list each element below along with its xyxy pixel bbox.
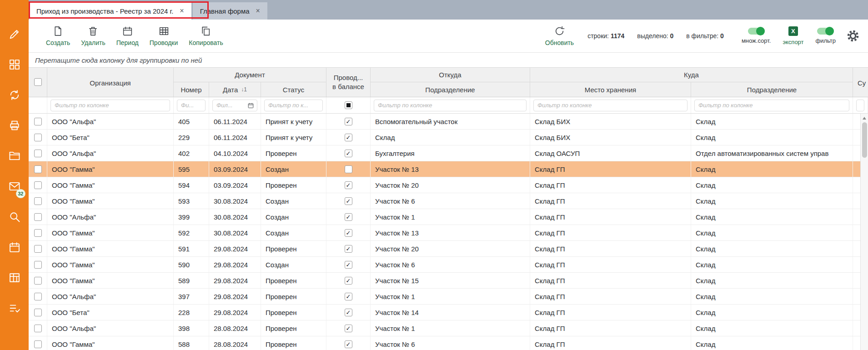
copy-button[interactable]: Копировать — [183, 24, 228, 48]
to-dept-filter-input[interactable] — [694, 100, 849, 111]
column-header-status[interactable]: Статус — [261, 82, 326, 97]
column-header-date[interactable]: Дата ↓1 — [209, 82, 261, 97]
posted-checkbox[interactable]: ✓ — [345, 340, 352, 348]
posted-checkbox[interactable]: ✓ — [345, 261, 352, 269]
posted-checkbox[interactable]: ✓ — [345, 293, 352, 300]
scrollbar-thumb[interactable] — [862, 122, 867, 158]
period-button[interactable]: Период — [111, 24, 144, 48]
sidebar-checklist-button[interactable] — [2, 295, 27, 321]
posted-checkbox[interactable]: ✓ — [345, 150, 352, 157]
sum-filter-input[interactable] — [856, 100, 864, 111]
posted-checkbox[interactable]: ✓ — [345, 245, 352, 253]
table-row[interactable]: ООО "Альфа" 399 30.08.2024 Создан ✓ Учас… — [29, 209, 868, 225]
table-row[interactable]: ООО "Гамма" 593 30.08.2024 Создан ✓ Учас… — [29, 193, 868, 209]
table-row[interactable]: ООО "Альфа" 405 06.11.2024 Принят к учет… — [29, 114, 868, 130]
sidebar-sync-button[interactable] — [2, 82, 27, 108]
row-checkbox[interactable] — [34, 213, 42, 221]
posted-checkbox[interactable]: ✓ — [345, 325, 352, 332]
table-row[interactable]: ООО "Гамма" 591 29.08.2024 Проверен ✓ Уч… — [29, 241, 868, 257]
table-row[interactable]: ООО "Гамма" 594 03.09.2024 Проверен ✓ Уч… — [29, 177, 868, 193]
sidebar-apps-button[interactable] — [2, 52, 27, 77]
table-row[interactable]: ООО "Бета" 228 29.08.2024 Проверен ✓ Уча… — [29, 305, 868, 320]
filter-toggle[interactable] — [817, 28, 834, 35]
tab-close-icon[interactable]: × — [256, 7, 260, 15]
sidebar-mail-button[interactable]: 32 — [2, 174, 27, 199]
refresh-button[interactable]: Обновить — [540, 24, 579, 48]
row-checkbox[interactable] — [34, 134, 42, 141]
scroll-up-arrow[interactable] — [863, 117, 866, 120]
table-row[interactable]: ООО "Гамма" 589 29.08.2024 Проверен ✓ Уч… — [29, 273, 868, 289]
posted-checkbox[interactable]: ✓ — [345, 309, 352, 316]
posted-checkbox[interactable]: ✓ — [345, 213, 352, 221]
column-header-to-dept[interactable]: Подразделение — [691, 82, 853, 97]
posted-checkbox[interactable] — [345, 165, 352, 173]
from-dept-filter-input[interactable] — [374, 100, 527, 111]
posted-checkbox[interactable]: ✓ — [345, 229, 352, 237]
settings-gear-icon[interactable] — [846, 29, 860, 43]
sidebar-calendar-button[interactable] — [2, 235, 27, 260]
row-checkbox[interactable] — [34, 165, 42, 173]
row-checkbox[interactable] — [34, 181, 42, 189]
row-checkbox[interactable] — [34, 277, 42, 285]
row-checkbox[interactable] — [34, 229, 42, 237]
table-row[interactable]: ООО "Альфа" 402 04.10.2024 Проверен ✓ Бу… — [29, 145, 868, 161]
sidebar-print-button[interactable] — [2, 113, 27, 138]
cell-from-dept: Вспомогательный участок — [371, 114, 530, 129]
row-checkbox[interactable] — [34, 340, 42, 348]
table-row[interactable]: ООО "Гамма" 592 30.08.2024 Создан ✓ Учас… — [29, 225, 868, 241]
sidebar-folder-button[interactable] — [2, 143, 27, 169]
org-filter-input[interactable] — [50, 100, 170, 111]
group-by-bar[interactable]: Перетащите сюда колонку для группировки … — [29, 53, 868, 68]
table-row[interactable]: ООО "Альфа" 398 28.08.2024 Проверен ✓ Уч… — [29, 320, 868, 336]
sidebar-table-button[interactable] — [2, 265, 27, 290]
row-checkbox[interactable] — [34, 118, 42, 125]
multisort-control[interactable]: множ.сорт. — [742, 28, 771, 44]
row-checkbox[interactable] — [34, 261, 42, 269]
row-checkbox[interactable] — [34, 309, 42, 316]
table-row[interactable]: ООО "Бета" 229 06.11.2024 Принят к учету… — [29, 130, 868, 145]
select-all-checkbox[interactable] — [34, 78, 42, 86]
calendar-picker-icon[interactable] — [247, 102, 254, 109]
export-button[interactable]: X экспорт — [783, 26, 803, 45]
table-row[interactable]: ООО "Гамма" 588 28.08.2024 Проверен ✓ Уч… — [29, 336, 868, 350]
sidebar-search-button[interactable] — [2, 204, 27, 230]
status-filter-input[interactable] — [264, 100, 323, 111]
posted-checkbox[interactable]: ✓ — [345, 181, 352, 189]
multisort-toggle[interactable] — [748, 28, 765, 35]
excel-icon: X — [788, 26, 798, 36]
filter-control[interactable]: фильтр — [816, 28, 836, 44]
cell-date: 28.08.2024 — [209, 336, 261, 350]
storage-filter-input[interactable] — [533, 100, 687, 111]
table-row[interactable]: ООО "Гамма" 595 03.09.2024 Создан Участо… — [29, 161, 868, 177]
column-header-from-dept[interactable]: Подразделение — [371, 82, 530, 97]
table-row[interactable]: ООО "Гамма" 590 29.08.2024 Создан ✓ Учас… — [29, 257, 868, 273]
posted-checkbox[interactable]: ✓ — [345, 134, 352, 141]
posted-checkbox[interactable]: ✓ — [345, 277, 352, 285]
posted-checkbox[interactable]: ✓ — [345, 118, 352, 125]
row-checkbox[interactable] — [34, 197, 42, 205]
cell-status: Проверен — [261, 320, 326, 336]
column-group-from: Откуда Подразделение — [371, 68, 530, 97]
column-header-org[interactable]: Организация — [90, 79, 130, 87]
row-checkbox[interactable] — [34, 245, 42, 253]
create-button[interactable]: Создать — [40, 24, 75, 48]
row-checkbox[interactable] — [34, 150, 42, 157]
row-checkbox[interactable] — [34, 293, 42, 300]
tab-prihod-iz-proizvodstva[interactable]: Приход из производства - Реестр за 2024 … — [29, 2, 191, 20]
tab-close-icon[interactable]: × — [180, 7, 184, 15]
posted-filter-checkbox[interactable] — [345, 101, 352, 109]
sidebar-edit-button[interactable] — [2, 21, 27, 47]
cell-from-dept: Участок № 1 — [371, 320, 530, 336]
column-header-storage[interactable]: Место хранения — [530, 82, 691, 97]
posted-checkbox[interactable]: ✓ — [345, 197, 352, 205]
column-header-sum[interactable]: Су — [858, 79, 866, 87]
delete-button[interactable]: Удалить — [75, 24, 110, 48]
vertical-scrollbar[interactable] — [860, 114, 868, 350]
column-header-posted[interactable]: Провод... в балансе — [326, 68, 371, 97]
table-row[interactable]: ООО "Альфа" 397 29.08.2024 Проверен ✓ Уч… — [29, 289, 868, 305]
tab-glavnaya-forma[interactable]: Главная форма × — [193, 2, 267, 20]
column-header-number[interactable]: Номер — [174, 82, 209, 97]
number-filter-input[interactable] — [177, 100, 206, 111]
provodki-button[interactable]: Проводки — [144, 24, 184, 48]
row-checkbox[interactable] — [34, 325, 42, 332]
